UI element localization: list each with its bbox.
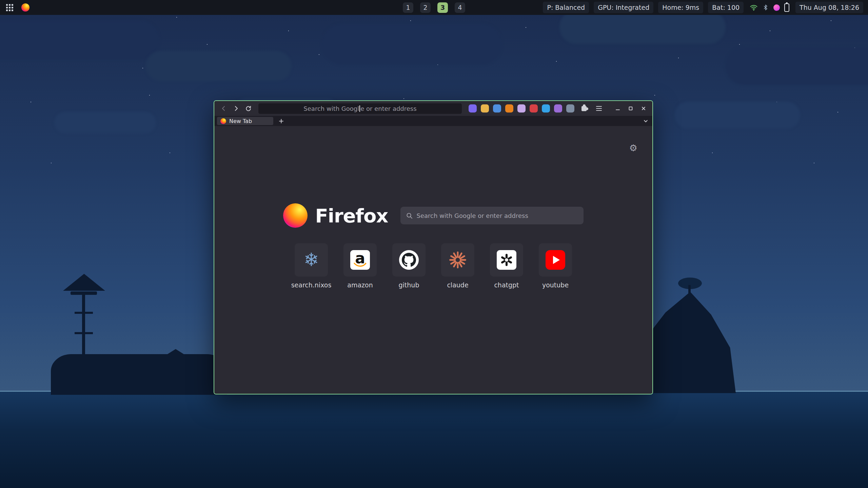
- reload-button[interactable]: [243, 103, 254, 114]
- workspace-button-3-active[interactable]: 3: [437, 2, 448, 13]
- extension-icon[interactable]: [493, 104, 501, 113]
- system-tray: [748, 3, 791, 12]
- extension-icon[interactable]: [517, 104, 526, 113]
- shortcut-label: claude: [447, 281, 468, 289]
- close-button[interactable]: [639, 103, 648, 114]
- battery-status: Bat: 100: [708, 2, 744, 13]
- newtab-search-input[interactable]: [417, 212, 578, 219]
- clock: Thu Aug 08, 18:26: [795, 2, 863, 13]
- extension-toolbar: [469, 103, 604, 114]
- youtube-icon: [546, 250, 565, 270]
- amazon-smile-arrow: [354, 262, 367, 267]
- wallpaper-cloud: [54, 112, 156, 134]
- shortcut-tile: [392, 243, 426, 277]
- magenta-indicator-icon[interactable]: [773, 4, 780, 11]
- github-octocat-icon: [399, 250, 419, 270]
- wallpaper-cloud: [675, 102, 800, 129]
- wifi-icon[interactable]: [750, 3, 758, 12]
- back-button[interactable]: [218, 103, 229, 114]
- watchtower-crossbar: [75, 312, 93, 314]
- app-launcher-button[interactable]: [5, 3, 15, 13]
- hamburger-menu-icon: [596, 106, 602, 111]
- tab-bar: New Tab: [214, 116, 652, 126]
- shortcuts-row: ❄ search.nixos a amazon: [214, 243, 652, 289]
- claude-starburst-icon: [449, 251, 467, 269]
- extension-icon[interactable]: [505, 104, 513, 113]
- extension-icon[interactable]: [530, 104, 538, 113]
- watchtower-roof: [63, 274, 105, 291]
- url-bar[interactable]: Search with Google or enter address: [258, 103, 462, 114]
- maximize-button[interactable]: [626, 103, 635, 114]
- top-bar: 1 2 3 4 P: Balanced GPU: Integrated Home…: [0, 0, 868, 15]
- wallpaper-cloud: [0, 20, 159, 59]
- shortcut-tile: [490, 243, 523, 277]
- shortcut-tile: a: [343, 243, 377, 277]
- wallpaper-cloud: [559, 10, 726, 44]
- shortcut-label: github: [399, 281, 419, 289]
- amazon-icon: a: [350, 250, 370, 270]
- settings-gear-icon[interactable]: ⚙: [629, 144, 637, 153]
- shortcut-search-nixos[interactable]: ❄ search.nixos: [295, 243, 328, 289]
- cliff-rock: [641, 290, 736, 393]
- new-tab-button[interactable]: [277, 117, 285, 125]
- shortcut-github[interactable]: github: [392, 243, 426, 289]
- firefox-launcher-button[interactable]: [20, 2, 31, 13]
- workspace-switcher: 1 2 3 4: [403, 0, 465, 15]
- watchtower-crossbar: [75, 332, 93, 334]
- tab-title: New Tab: [229, 118, 252, 124]
- shortcut-youtube[interactable]: youtube: [539, 243, 572, 289]
- menu-button[interactable]: [593, 103, 604, 114]
- workspace-button-2[interactable]: 2: [420, 2, 431, 13]
- wallpaper-cloud: [322, 24, 502, 64]
- shortcut-label: amazon: [347, 281, 373, 289]
- extension-icon[interactable]: [566, 104, 574, 113]
- top-bar-right: P: Balanced GPU: Integrated Home: 9ms Ba…: [543, 2, 863, 13]
- extensions-puzzle-button[interactable]: [578, 103, 589, 114]
- shortcut-tile: ❄: [295, 243, 328, 277]
- wallpaper-island-right: [641, 290, 736, 393]
- shortcut-chatgpt[interactable]: chatgpt: [490, 243, 523, 289]
- shortcut-amazon[interactable]: a amazon: [343, 243, 377, 289]
- text-caret: [359, 105, 360, 112]
- play-triangle-icon: [553, 256, 560, 264]
- wallpaper-ocean: [0, 391, 868, 488]
- battery-icon[interactable]: [784, 3, 789, 12]
- gpu-status: GPU: Integrated: [594, 2, 653, 13]
- wallpaper-island-left: [51, 268, 227, 395]
- search-icon: [406, 212, 413, 219]
- shortcut-label: search.nixos: [291, 281, 332, 289]
- forward-button[interactable]: [231, 103, 241, 114]
- workspace-button-1[interactable]: 1: [403, 2, 413, 13]
- newtab-search-bar[interactable]: [400, 207, 584, 224]
- power-profile-status: P: Balanced: [543, 2, 589, 13]
- browser-toolbar: Search with Google or enter address: [214, 101, 652, 116]
- url-bar-placeholder: Search with Google or enter address: [303, 105, 416, 112]
- firefox-favicon: [220, 118, 226, 124]
- window-controls: [613, 103, 648, 114]
- bluetooth-icon[interactable]: [762, 4, 769, 11]
- workspace-button-4[interactable]: 4: [455, 2, 465, 13]
- minimize-button[interactable]: [613, 103, 623, 114]
- puzzle-piece-icon: [581, 106, 587, 111]
- tab-new-tab[interactable]: New Tab: [217, 117, 273, 125]
- shortcut-label: youtube: [542, 281, 569, 289]
- extension-icon[interactable]: [481, 104, 489, 113]
- shortcut-tile: [441, 243, 474, 277]
- island-ground: [51, 354, 227, 395]
- top-bar-left: [5, 2, 31, 13]
- extension-icon[interactable]: [469, 104, 477, 113]
- ping-status: Home: 9ms: [658, 2, 703, 13]
- extension-icon[interactable]: [542, 104, 550, 113]
- shortcut-label: chatgpt: [494, 281, 519, 289]
- newtab-page: ⚙ Firefox ❄ search.nixos: [214, 126, 652, 394]
- shortcut-tile: [539, 243, 572, 277]
- extension-icon[interactable]: [554, 104, 562, 113]
- wallpaper-cloud: [146, 51, 292, 81]
- firefox-logo: [283, 203, 308, 228]
- firefox-window: Search with Google or enter address: [214, 100, 653, 394]
- chatgpt-openai-icon: [497, 250, 516, 270]
- apps-grid-icon: [6, 4, 13, 11]
- newtab-hero: Firefox: [214, 203, 652, 228]
- shortcut-claude[interactable]: claude: [441, 243, 474, 289]
- tab-list-chevron-button[interactable]: [641, 117, 650, 125]
